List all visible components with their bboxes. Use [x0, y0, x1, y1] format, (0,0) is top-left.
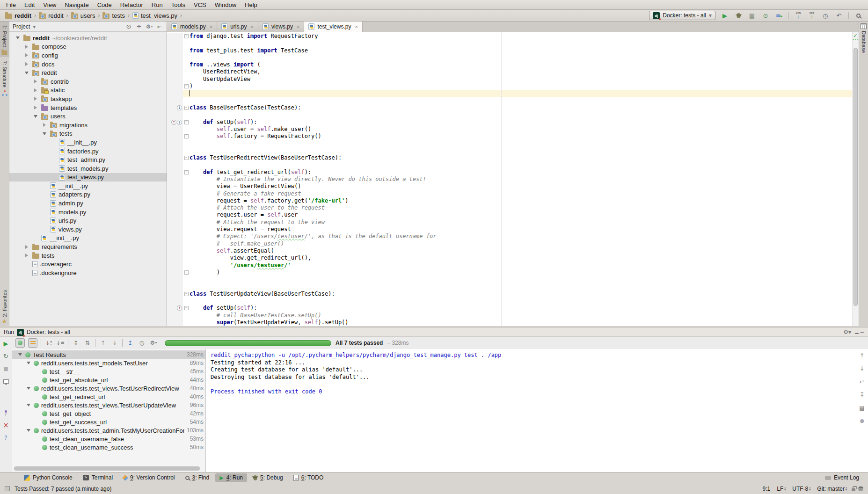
select-opened-file-icon[interactable]: ⊙	[125, 23, 132, 29]
collapse-arrow-icon[interactable]	[32, 115, 39, 118]
code-line[interactable]: ↑− def setUp(self):	[167, 305, 852, 312]
toolwindow-todo[interactable]: 6: TODO	[289, 473, 328, 482]
collapse-arrow-icon[interactable]	[26, 387, 31, 390]
hide-panel-icon[interactable]: 🗕−	[854, 329, 864, 335]
fold-column[interactable]: −	[183, 104, 190, 111]
toolwindow-event-log[interactable]: Event Log	[821, 473, 863, 482]
code-text[interactable]: request = self.factory.get('/fake-url')	[190, 197, 852, 204]
code-line[interactable]: self.user = self.make_user()	[167, 126, 852, 133]
line-separator-select[interactable]: LF▴▾	[775, 486, 788, 492]
code-line[interactable]	[167, 147, 852, 154]
project-tree-item[interactable]: templates	[9, 103, 167, 112]
chevron-down-icon[interactable]: ▾	[33, 24, 36, 29]
fold-marker-icon[interactable]: −	[184, 306, 189, 310]
run-with-profiler-button[interactable]: ⊙	[761, 11, 770, 20]
code-area[interactable]: −from django.test import RequestFactoryf…	[167, 32, 852, 326]
code-text[interactable]: self.assertEqual(	[190, 247, 852, 254]
test-tree-item[interactable]: reddit.users.tests.test_views.TestUserRe…	[12, 384, 205, 392]
collapse-arrow-icon[interactable]	[26, 429, 31, 432]
code-text[interactable]	[190, 161, 852, 168]
code-text[interactable]	[190, 40, 852, 47]
test-tree-item[interactable]: reddit.users.tests.test_admin.TestMyUser…	[12, 426, 205, 435]
fold-marker-icon[interactable]: −	[184, 270, 189, 275]
expand-arrow-icon[interactable]	[41, 123, 48, 127]
clear-all-button[interactable]: ⊗	[858, 417, 866, 425]
code-text[interactable]: UserRedirectView,	[190, 68, 852, 75]
toolwindow-version-control[interactable]: 9: Version Control	[119, 473, 179, 482]
fold-marker-icon[interactable]: −	[184, 134, 189, 138]
project-tree-item[interactable]: models.py	[9, 208, 167, 217]
code-line[interactable]: view.request = request	[167, 226, 852, 233]
code-line[interactable]: −from django.test import RequestFactory	[167, 33, 852, 40]
run-console[interactable]: reddit_pycha:python -u /opt/.pycharm_hel…	[206, 349, 856, 472]
previous-failed-test-button[interactable]: ↑	[99, 338, 107, 348]
code-line[interactable]: # Attach the user to the request	[167, 204, 852, 211]
tab-views.py[interactable]: views.py×	[258, 22, 304, 32]
expand-arrow-icon[interactable]	[32, 106, 39, 109]
expand-arrow-icon[interactable]	[23, 45, 30, 49]
test-tree-item[interactable]: test_get_object42ms	[12, 409, 205, 418]
expand-arrow-icon[interactable]	[32, 97, 39, 101]
project-tree-item[interactable]: test_models.py	[9, 164, 167, 173]
code-line[interactable]: view.get_redirect_url(),	[167, 254, 852, 262]
code-text[interactable]: from django.test import RequestFactory	[190, 33, 852, 40]
project-tree-item[interactable]: __init__.py	[9, 182, 167, 190]
fold-column[interactable]: −	[183, 154, 190, 161]
code-line[interactable]: super(TestUserUpdateView, self).setUp()	[167, 319, 852, 326]
scrollbar-thumb[interactable]	[853, 48, 858, 306]
breadcrumb-item[interactable]: reddit	[4, 12, 33, 19]
tab-test_views.py[interactable]: test_views.py×	[304, 22, 362, 32]
test-tree-item[interactable]: test_get_success_url54ms	[12, 418, 205, 426]
code-line[interactable]	[167, 40, 852, 47]
test-tree-item[interactable]: Test Results328ms	[12, 350, 205, 359]
code-text[interactable]	[190, 90, 852, 97]
code-line[interactable]: # self.make_user()	[167, 240, 852, 247]
code-line[interactable]: ↓−class BaseUserTestCase(TestCase):	[167, 104, 852, 111]
test-history-button[interactable]: ◷	[138, 338, 146, 348]
inspection-status-icon[interactable]: ✓	[853, 32, 858, 40]
project-tree-item[interactable]: test_views.py	[9, 173, 167, 182]
code-line[interactable]: # Expect: '/users/testuser/', as that is…	[167, 233, 852, 240]
code-line[interactable]	[167, 111, 852, 118]
stripe----project[interactable]: 1: Project	[0, 22, 9, 57]
expand-arrow-icon[interactable]	[23, 62, 30, 66]
code-text[interactable]: def setUp(self):	[190, 119, 852, 126]
run-with-coverage-button[interactable]: ▦	[748, 11, 756, 20]
code-text[interactable]: view = UserRedirectView()	[190, 183, 852, 190]
collapse-arrow-icon[interactable]	[23, 72, 30, 74]
project-panel-title[interactable]: Project	[13, 23, 30, 30]
show-ignored-toggle[interactable]	[28, 338, 37, 348]
code-text[interactable]	[190, 97, 852, 104]
code-line[interactable]	[167, 54, 852, 61]
scroll-to-top-button[interactable]: ↑	[858, 351, 866, 360]
git-branch-select[interactable]: Git: master▴▾	[815, 486, 849, 492]
print-button[interactable]: ▤	[858, 404, 866, 412]
code-text[interactable]: view.get_redirect_url(),	[190, 254, 852, 262]
fold-marker-icon[interactable]: −	[184, 34, 189, 38]
code-line[interactable]	[167, 97, 852, 104]
overridden-marker-icon[interactable]: ↓	[177, 120, 182, 125]
code-text[interactable]: self.user = self.make_user()	[190, 126, 852, 133]
code-text[interactable]: # Attach the request to the view	[190, 219, 852, 226]
menu-code[interactable]: Code	[93, 1, 116, 8]
encoding-select[interactable]: UTF-8▴▾	[790, 486, 812, 492]
project-tree-item[interactable]: admin.py	[9, 199, 167, 208]
collapse-arrow-icon[interactable]	[26, 404, 31, 407]
code-line[interactable]: UserUpdateView	[167, 76, 852, 83]
code-line[interactable]	[167, 140, 852, 147]
menu-view[interactable]: View	[39, 1, 60, 8]
code-line[interactable]: −class TestUserUpdateView(BaseUserTestCa…	[167, 291, 852, 298]
scroll-to-bottom-button[interactable]: ↓	[858, 364, 866, 373]
code-text[interactable]: from test_plus.test import TestCase	[190, 47, 852, 54]
sort-alphabetically-button[interactable]: ↓az	[44, 338, 53, 348]
code-text[interactable]: request.user = self.user	[190, 211, 852, 218]
code-line[interactable]: − self.factory = RequestFactory()	[167, 133, 852, 140]
expand-arrow-icon[interactable]	[32, 80, 39, 83]
rerun-failed-tests-button[interactable]: ↻	[2, 352, 10, 360]
lock-icon[interactable]	[852, 488, 855, 491]
code-line[interactable]: − def test_get_redirect_url(self):	[167, 169, 852, 176]
fold-marker-icon[interactable]: −	[184, 292, 189, 296]
code-line[interactable]: self.assertEqual(	[167, 247, 852, 254]
code-text[interactable]: def setUp(self):	[190, 305, 852, 312]
menu-vcs[interactable]: VCS	[190, 1, 211, 8]
